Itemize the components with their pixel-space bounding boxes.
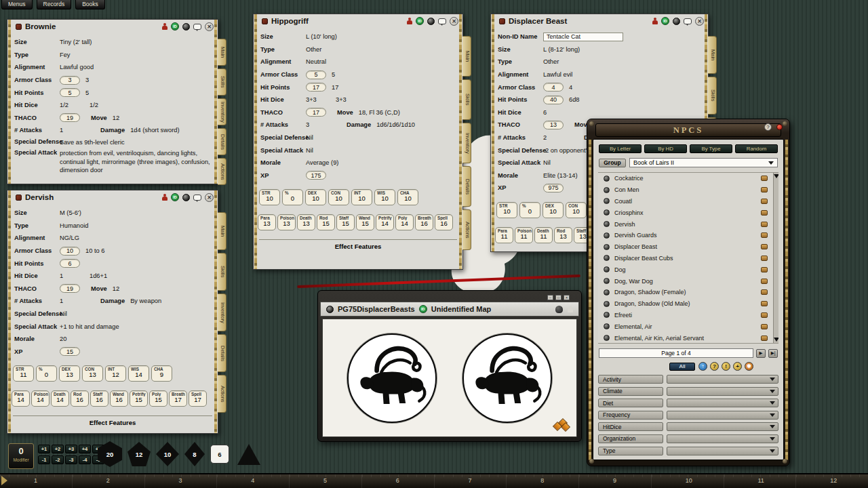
npc-token-icon[interactable] (604, 301, 610, 307)
window-minimize-icon[interactable]: – (547, 295, 553, 300)
window-maximize-icon[interactable]: □ (555, 295, 561, 300)
window-titlebar[interactable]: Displacer Beast ID ✕ (491, 14, 708, 28)
side-tab[interactable]: Actions (218, 158, 226, 185)
filter-category-button[interactable]: + (733, 362, 742, 371)
close-icon[interactable]: ✕ (450, 17, 458, 26)
npc-link-icon[interactable] (761, 336, 768, 341)
mask-icon[interactable] (555, 306, 563, 313)
saving-throw-box[interactable]: Breath 17 (169, 390, 187, 407)
saving-throw-box[interactable]: Death 13 (297, 214, 315, 230)
list-item[interactable]: Dragon, Shadow (Old Male) (598, 298, 778, 310)
ability-score-box[interactable]: DEX 10 (542, 202, 564, 218)
side-tab[interactable]: Main (708, 36, 717, 74)
scrollbar[interactable] (773, 173, 778, 343)
modifier-button[interactable]: +2 (52, 445, 64, 453)
npcs-window-title[interactable]: NPCS (595, 123, 781, 137)
ability-score-box[interactable]: CON 10 (566, 202, 587, 218)
token-person-icon[interactable] (161, 194, 167, 201)
d4-die[interactable] (237, 444, 260, 465)
group-dropdown[interactable]: Book of Lairs II (629, 158, 778, 167)
side-tab[interactable]: Details (218, 128, 226, 155)
list-item[interactable]: Couatl (598, 196, 778, 207)
saving-throw-box[interactable]: Staff 16 (90, 390, 108, 407)
help-icon[interactable]: ? (764, 123, 772, 131)
non-id-name-field[interactable]: Tentacle Cat (543, 33, 623, 41)
npc-token-icon[interactable] (604, 266, 610, 272)
npc-link-icon[interactable] (761, 312, 768, 318)
xp-field[interactable]: 975 (543, 184, 564, 192)
armor-class-field[interactable]: 3 (60, 76, 80, 85)
chat-icon[interactable] (193, 24, 201, 30)
last-page-button[interactable]: ▶| (768, 349, 778, 358)
hit-points-field[interactable]: 17 (306, 83, 326, 92)
menubar-tab[interactable]: Records (37, 0, 72, 9)
group-button[interactable]: Group (599, 159, 626, 167)
saving-throw-box[interactable]: Rod 16 (71, 390, 89, 407)
filter-dropdown[interactable] (667, 447, 778, 455)
token-icon[interactable] (326, 306, 334, 313)
filter-dropdown[interactable] (667, 399, 778, 407)
saving-throw-box[interactable]: Rod 15 (317, 214, 335, 230)
side-tab[interactable]: Inventory (218, 98, 226, 125)
filter-dropdown[interactable] (667, 422, 778, 431)
thaco-field[interactable]: 19 (60, 113, 80, 122)
side-tab[interactable]: Details (462, 166, 471, 207)
filter-label-button[interactable]: Frequency (598, 411, 663, 420)
hotkey-slot[interactable]: 10 (651, 474, 724, 488)
saving-throw-box[interactable]: Wand 16 (110, 390, 128, 407)
filter-all-button[interactable]: All (669, 363, 695, 371)
saving-throw-box[interactable]: Death 14 (51, 390, 69, 407)
saving-throw-box[interactable]: Poison 13 (277, 214, 296, 230)
npc-link-icon[interactable] (761, 232, 768, 238)
token-icon[interactable] (673, 18, 680, 25)
ability-score-box[interactable]: CON 13 (82, 365, 103, 382)
close-icon[interactable]: ✕ (205, 193, 214, 202)
filter-category-button[interactable]: ↑ (698, 362, 707, 371)
npc-token-icon[interactable] (604, 221, 610, 227)
saving-throw-box[interactable]: Wand 15 (356, 214, 374, 230)
ability-score-box[interactable]: STR 10 (496, 202, 517, 218)
npc-token-icon[interactable] (604, 209, 610, 216)
hotbar-expand-icon[interactable] (1, 476, 7, 485)
npcs-sort-tab[interactable]: By HD (644, 144, 687, 153)
chat-icon[interactable] (438, 18, 446, 24)
list-item[interactable]: Displacer Beast Cubs (598, 253, 778, 264)
npcs-sort-tab[interactable]: Random (735, 144, 778, 153)
ability-score-box[interactable]: DEX 10 (305, 189, 326, 205)
ability-score-box[interactable]: % 0 (36, 365, 57, 382)
xp-field[interactable]: 175 (306, 171, 326, 180)
hotkey-slot[interactable]: 11 (724, 474, 796, 488)
saving-throw-box[interactable]: Petrify 15 (130, 390, 148, 407)
npc-link-icon[interactable] (761, 210, 768, 216)
npc-link-icon[interactable] (761, 187, 768, 192)
list-item[interactable]: Dog, War Dog (598, 275, 778, 287)
side-tab[interactable]: Inventory (462, 123, 471, 163)
window-titlebar[interactable]: Brownie ID ✕ (7, 20, 218, 33)
saving-throw-box[interactable]: Petrify 14 (376, 214, 394, 230)
side-tab[interactable]: Skills (218, 68, 226, 96)
scroll-arrow-icon[interactable] (774, 338, 778, 342)
filter-label-button[interactable]: Organization (598, 434, 663, 443)
window-hippogriff[interactable]: Hippogriff ID ✕ SizeL (10' long) TypeOth… (253, 14, 463, 270)
saving-throw-box[interactable]: Poly 15 (149, 390, 167, 407)
id-icon[interactable]: ID (416, 17, 424, 25)
d6-die[interactable]: 6 (210, 445, 229, 464)
npc-link-icon[interactable] (761, 199, 768, 204)
list-item[interactable]: Displacer Beast (598, 241, 778, 253)
hotkey-slot[interactable]: 1 (0, 474, 72, 488)
chat-icon[interactable] (193, 195, 201, 201)
hotkey-slot[interactable]: 6 (361, 474, 434, 488)
armor-class-field[interactable]: 10 (60, 247, 80, 256)
npc-link-icon[interactable] (761, 176, 768, 181)
close-icon[interactable]: ✕ (695, 17, 704, 26)
ability-score-box[interactable]: INT 12 (105, 365, 126, 382)
id-icon[interactable]: ID (419, 305, 427, 313)
npc-token-icon[interactable] (604, 176, 610, 182)
npc-link-icon[interactable] (761, 267, 768, 272)
side-tab[interactable]: Actions (462, 209, 471, 250)
list-item[interactable]: Criosphinx (598, 207, 778, 218)
filter-category-button[interactable]: ! (722, 362, 730, 371)
ability-score-box[interactable]: % 0 (282, 189, 303, 205)
window-brownie[interactable]: Brownie ID ✕ SizeTiny (2' tall) TypeFey … (7, 19, 218, 184)
id-icon[interactable]: ID (661, 17, 669, 25)
